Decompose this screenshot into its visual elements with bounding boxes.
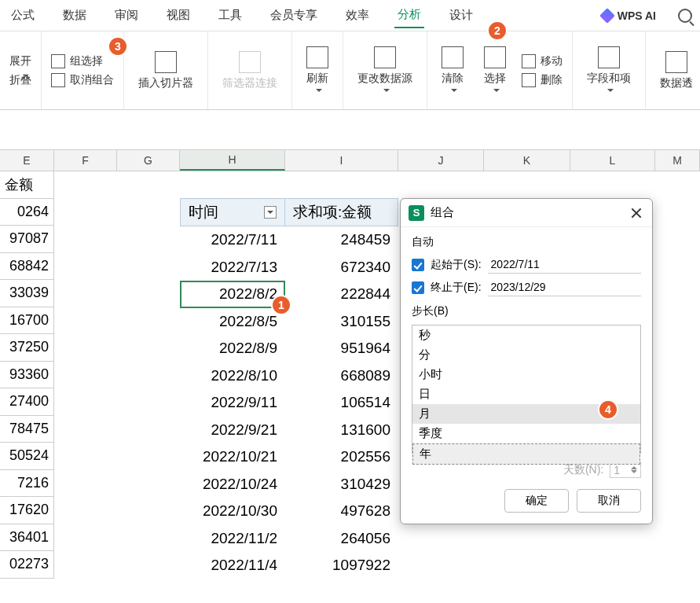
end-checkbox[interactable] — [412, 281, 424, 294]
menu-analysis[interactable]: 分析 — [394, 2, 424, 28]
step-opt-sec[interactable]: 秒 — [412, 325, 640, 345]
step-listbox[interactable]: 秒 分 小时 日 月 季度 年 4 — [412, 325, 641, 454]
step-opt-year[interactable]: 年 — [412, 443, 640, 465]
menu-efficiency[interactable]: 效率 — [343, 3, 372, 28]
filter-dropdown-icon[interactable] — [264, 206, 277, 219]
days-value: 1 — [614, 464, 620, 476]
pivot-row[interactable]: 2022/10/24310429 — [180, 471, 398, 498]
pivot-row[interactable]: 2022/8/5310155 — [180, 308, 398, 336]
col-G[interactable]: G — [117, 150, 180, 171]
badge-1: 1 — [271, 295, 291, 315]
delete-button[interactable]: 删除 — [522, 73, 563, 87]
select-icon — [484, 46, 506, 68]
cell[interactable]: 33039 — [0, 280, 53, 307]
move-icon — [522, 54, 536, 68]
slicer-icon — [155, 51, 177, 73]
pivot-row[interactable]: 2022/10/30497628 — [180, 498, 398, 525]
ai-logo-icon — [599, 8, 615, 24]
ungroup-button[interactable]: 取消组合 — [51, 73, 114, 87]
pivot-row[interactable]: 2022/8/10668089 — [180, 362, 398, 390]
cell[interactable]: 78475 — [0, 416, 53, 443]
col-L[interactable]: L — [570, 150, 655, 171]
fields-button[interactable]: 字段和项 — [582, 43, 636, 98]
pivot-row[interactable]: 2022/9/21131600 — [180, 417, 398, 444]
menu-view[interactable]: 视图 — [163, 3, 193, 28]
dialog-title: 组合 — [431, 205, 454, 220]
badge-3: 3 — [108, 36, 128, 57]
cell[interactable]: 16700 — [0, 307, 53, 335]
select-button[interactable]: 选择 — [479, 43, 511, 98]
step-opt-quarter[interactable]: 季度 — [412, 424, 640, 443]
pivot-row[interactable]: 2022/7/11248459 — [180, 226, 398, 254]
filter-conn-button[interactable]: 筛选器连接 — [218, 48, 282, 94]
cell[interactable]: 93360 — [0, 362, 53, 389]
col-F[interactable]: F — [54, 150, 117, 171]
cell[interactable]: 37250 — [0, 334, 53, 362]
cell[interactable]: 36401 — [0, 524, 53, 552]
spin-down-icon[interactable] — [631, 470, 637, 476]
collapse-button[interactable]: 折叠 — [9, 73, 31, 87]
pivot-row[interactable]: 2022/10/21202556 — [180, 443, 398, 471]
step-opt-hour[interactable]: 小时 — [412, 365, 640, 384]
move-button[interactable]: 移动 — [522, 54, 563, 68]
col-I[interactable]: I — [285, 150, 398, 171]
menu-design[interactable]: 设计 — [446, 3, 476, 28]
cell[interactable]: 7216 — [0, 470, 53, 498]
pivot-row-selected[interactable]: 2022/8/2222844 1 — [180, 281, 398, 308]
step-opt-min[interactable]: 分 — [412, 345, 640, 365]
col-J[interactable]: J — [398, 150, 484, 171]
ribbon-group-pivot: 数据透 — [646, 31, 700, 109]
change-source-button[interactable]: 更改数据源 — [353, 43, 417, 98]
col-K[interactable]: K — [484, 150, 570, 171]
insert-slicer-button[interactable]: 插入切片器 — [134, 48, 198, 94]
cell[interactable]: 97087 — [0, 226, 53, 253]
dialog-app-icon: S — [409, 205, 424, 221]
start-input[interactable] — [488, 256, 641, 274]
pivot-row[interactable]: 2022/11/41097922 — [180, 552, 398, 579]
pivot-header-sum[interactable]: 求和项:金额 — [285, 198, 398, 226]
menu-data[interactable]: 数据 — [60, 3, 90, 28]
end-input[interactable] — [488, 278, 641, 296]
cell[interactable]: 17620 — [0, 497, 53, 524]
cell[interactable]: 0264 — [0, 199, 53, 226]
expand-button[interactable]: 展开 — [9, 54, 31, 68]
ribbon-group-expand: 展开 折叠 — [0, 31, 42, 109]
ribbon-group-fields: 字段和项 — [573, 31, 646, 109]
cell[interactable]: 02273 — [0, 551, 53, 579]
pivot-header-time[interactable]: 时间 — [180, 198, 285, 226]
pivot-row[interactable]: 2022/7/13672340 — [180, 254, 398, 281]
wps-ai-button[interactable]: WPS AI — [602, 9, 656, 22]
cell[interactable]: 50524 — [0, 443, 53, 470]
ribbon: 展开 折叠 组选择 取消组合 3 插入切片器 筛选器连接 刷新 更改数据源 清除… — [0, 31, 700, 110]
ok-button[interactable]: 确定 — [504, 489, 569, 513]
menu-review[interactable]: 审阅 — [112, 3, 141, 28]
refresh-button[interactable]: 刷新 — [302, 43, 333, 98]
col-E-header[interactable]: 金额 — [0, 171, 53, 199]
cancel-button[interactable]: 取消 — [577, 489, 641, 513]
clear-button[interactable]: 清除 — [437, 43, 468, 98]
badge-4: 4 — [598, 399, 618, 420]
menu-member[interactable]: 会员专享 — [267, 3, 321, 28]
menu-tools[interactable]: 工具 — [215, 3, 245, 28]
col-E[interactable]: E — [0, 150, 54, 171]
col-M[interactable]: M — [655, 150, 700, 171]
step-label: 步长(B) — [412, 304, 641, 318]
ribbon-group-actions: 清除 选择 移动 删除 2 — [427, 31, 573, 109]
search-icon[interactable] — [678, 9, 692, 23]
badge-2: 2 — [487, 20, 508, 41]
col-H[interactable]: H — [180, 150, 285, 171]
cell[interactable]: 68842 — [0, 253, 53, 281]
menu-formula[interactable]: 公式 — [8, 3, 38, 28]
group-icon — [51, 54, 65, 68]
end-label: 终止于(E): — [431, 281, 482, 295]
group-dialog: S 组合 自动 起始于(S): 终止于(E): 步长(B) 秒 分 小时 日 月… — [400, 198, 653, 524]
pivot-button[interactable]: 数据透 — [655, 48, 698, 94]
cell[interactable]: 27400 — [0, 388, 53, 416]
group-select-button[interactable]: 组选择 — [51, 54, 114, 68]
start-checkbox[interactable] — [412, 259, 424, 271]
clear-icon — [442, 46, 464, 68]
pivot-row[interactable]: 2022/9/11106514 — [180, 389, 398, 417]
pivot-row[interactable]: 2022/11/2264056 — [180, 525, 398, 553]
close-icon[interactable] — [629, 205, 644, 221]
pivot-row[interactable]: 2022/8/9951964 — [180, 335, 398, 362]
